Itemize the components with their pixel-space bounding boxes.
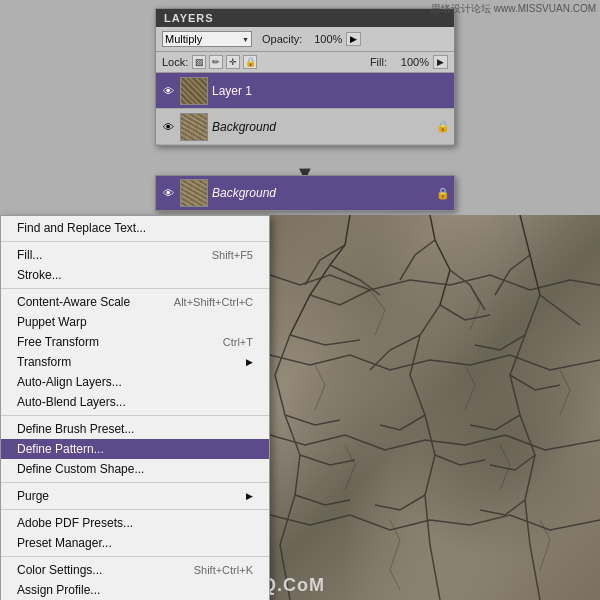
menu-item-assign-profile[interactable]: Assign Profile... — [1, 580, 269, 600]
opacity-arrow-btn[interactable]: ▶ — [346, 32, 361, 46]
menu-item-preset-manager[interactable]: Preset Manager... — [1, 533, 269, 553]
lock-transparent-icon[interactable]: ▨ — [192, 55, 206, 69]
opacity-label: Opacity: — [262, 33, 302, 45]
menu-item-content-aware[interactable]: Content-Aware Scale Alt+Shift+Ctrl+C — [1, 292, 269, 312]
menu-item-auto-align[interactable]: Auto-Align Layers... — [1, 372, 269, 392]
eye-icon-layer1[interactable]: 👁 — [160, 83, 176, 99]
menu-item-puppet-warp[interactable]: Puppet Warp — [1, 312, 269, 332]
blend-mode-wrapper[interactable]: Multiply — [162, 31, 252, 47]
layer-row-layer1[interactable]: 👁 Layer 1 — [156, 73, 454, 109]
menu-item-free-transform[interactable]: Free Transform Ctrl+T — [1, 332, 269, 352]
menu-item-transform[interactable]: Transform ▶ — [1, 352, 269, 372]
menu-panel: Find and Replace Text... Fill... Shift+F… — [0, 215, 270, 600]
top-watermark: 思络设计论坛 www.MISSVUAN.COM — [431, 2, 596, 16]
layers-panel: LAYERS Multiply Opacity: 100% ▶ Lock: ▨ … — [155, 8, 455, 146]
lock-icons: ▨ ✏ ✛ 🔒 — [192, 55, 257, 69]
blend-mode-select[interactable]: Multiply — [162, 31, 252, 47]
bg-panel-thumb — [180, 179, 208, 207]
menu-sep-6 — [1, 556, 269, 557]
lock-move-icon[interactable]: ✛ — [226, 55, 240, 69]
layers-panel-title: LAYERS — [156, 9, 454, 27]
menu-item-pdf-presets[interactable]: Adobe PDF Presets... — [1, 513, 269, 533]
menu-item-define-pattern[interactable]: Define Pattern... — [1, 439, 269, 459]
layer-thumb-layer1 — [180, 77, 208, 105]
fill-label: Fill: — [370, 56, 387, 68]
menu-item-find-replace[interactable]: Find and Replace Text... — [1, 218, 269, 238]
background-panel[interactable]: 👁 Background 🔒 — [155, 175, 455, 211]
eye-icon-bg-panel[interactable]: 👁 — [160, 185, 176, 201]
menu-item-stroke[interactable]: Stroke... — [1, 265, 269, 285]
menu-sep-2 — [1, 288, 269, 289]
menu-sep-1 — [1, 241, 269, 242]
menu-item-define-brush[interactable]: Define Brush Preset... — [1, 419, 269, 439]
bg-panel-lock: 🔒 — [436, 187, 450, 200]
menu-sep-3 — [1, 415, 269, 416]
layer-name-background: Background — [212, 120, 432, 134]
fill-value: 100% — [393, 56, 429, 68]
menu-sep-5 — [1, 509, 269, 510]
bg-panel-name: Background — [212, 186, 432, 200]
lock-label: Lock: — [162, 56, 188, 68]
menu-sep-4 — [1, 482, 269, 483]
crack-svg — [270, 215, 600, 600]
lock-paint-icon[interactable]: ✏ — [209, 55, 223, 69]
layer-lock-icon-background: 🔒 — [436, 120, 450, 133]
lock-row: Lock: ▨ ✏ ✛ 🔒 Fill: 100% ▶ — [156, 52, 454, 73]
layers-controls: Multiply Opacity: 100% ▶ — [156, 27, 454, 52]
opacity-value: 100% — [306, 33, 342, 45]
eye-icon-background[interactable]: 👁 — [160, 119, 176, 135]
fill-arrow-btn[interactable]: ▶ — [433, 55, 448, 69]
texture-area: UiBQ.CoM — [270, 215, 600, 600]
menu-item-purge[interactable]: Purge ▶ — [1, 486, 269, 506]
layer-row-background[interactable]: 👁 Background 🔒 — [156, 109, 454, 145]
menu-item-fill[interactable]: Fill... Shift+F5 — [1, 245, 269, 265]
menu-item-auto-blend[interactable]: Auto-Blend Layers... — [1, 392, 269, 412]
uibq-watermark: UiBQ.CoM — [270, 575, 325, 596]
menu-item-color-settings[interactable]: Color Settings... Shift+Ctrl+K — [1, 560, 269, 580]
menu-item-define-shape[interactable]: Define Custom Shape... — [1, 459, 269, 479]
layer-thumb-background — [180, 113, 208, 141]
lock-all-icon[interactable]: 🔒 — [243, 55, 257, 69]
layer-name-layer1: Layer 1 — [212, 84, 450, 98]
